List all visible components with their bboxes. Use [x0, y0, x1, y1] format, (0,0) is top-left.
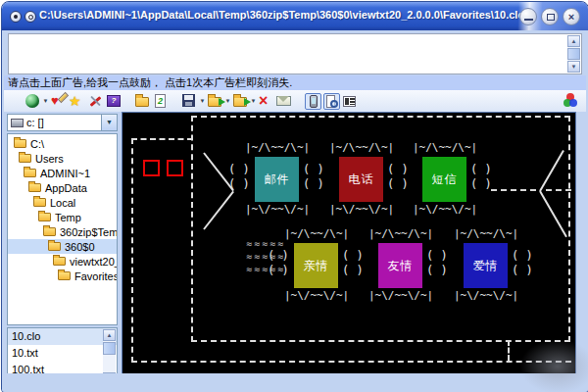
banner-scrollbar[interactable]: ▲ ▼: [567, 35, 580, 73]
favorites-edit-button[interactable]: ♥: [50, 93, 67, 110]
tree-item-admini1[interactable]: ADMINI~1: [8, 166, 117, 180]
scroll-up-icon[interactable]: ▲: [567, 35, 580, 47]
tree-item-temp[interactable]: Temp: [8, 210, 117, 224]
cell-decoration: ( ) ( ): [342, 249, 364, 278]
color-palette-button[interactable]: [564, 93, 580, 110]
app-window: C:\Users\ADMINI~1\AppData\Local\Temp\360…: [1, 1, 588, 392]
open-file-button[interactable]: [134, 93, 151, 110]
maximize-button[interactable]: [541, 8, 559, 25]
cell-label: 亲情: [304, 258, 329, 274]
cell-decoration: |~/\~~/\~|: [454, 227, 518, 240]
save-icon: [182, 94, 195, 107]
list-view-icon: [343, 96, 356, 107]
title-menu-dot-icon[interactable]: [10, 11, 22, 23]
cell-decoration: ( ) ( ): [303, 163, 324, 192]
file-item[interactable]: 10.txt: [8, 345, 117, 362]
tools-button[interactable]: [87, 93, 104, 110]
tilde-row: ≈≈≈≈≈: [246, 238, 285, 249]
scrollbar-thumb[interactable]: [567, 48, 580, 60]
pencil-icon: [58, 91, 69, 102]
cell-decoration: ( ) ( ): [387, 163, 409, 192]
help-book-button[interactable]: ?: [106, 93, 122, 110]
minimize-icon: [524, 19, 533, 21]
title-bar[interactable]: C:\Users\ADMINI~1\AppData\Local\Temp\360…: [2, 2, 588, 30]
tree-item-favorites[interactable]: Favorites: [8, 269, 117, 283]
save-button[interactable]: [181, 93, 198, 110]
web-globe-button[interactable]: [24, 93, 41, 110]
report-view-button[interactable]: [342, 93, 359, 110]
cell-decoration: |~\/~~\/~|: [284, 289, 349, 302]
preview-button[interactable]: [323, 93, 340, 110]
cell-decoration: ( ) ( ): [268, 249, 289, 278]
cell-decoration: |~\/~~\/~|: [413, 203, 477, 216]
green-arrow-icon: [219, 98, 225, 106]
send-mail-button[interactable]: [276, 93, 293, 110]
forward-dropdown-icon[interactable]: ▼: [250, 93, 257, 110]
bottom-frame: [2, 373, 588, 392]
tree-item-label: 360$0: [65, 241, 95, 253]
scroll-down-icon[interactable]: ▼: [567, 61, 580, 73]
drive-combo[interactable]: c: [] ▼: [7, 114, 118, 131]
globe-icon: [25, 94, 39, 108]
phone-view-button[interactable]: [305, 93, 321, 110]
export-dropdown-icon[interactable]: ▼: [224, 93, 231, 110]
magnifier-icon: [330, 100, 338, 108]
diagram-cell-love: 爱情: [464, 243, 508, 288]
folder-icon: [38, 213, 51, 221]
dash-segment: [546, 189, 571, 191]
drive-icon: [11, 119, 24, 127]
folder-icon: [48, 242, 61, 251]
folder-icon: [28, 183, 41, 192]
close-icon: ×: [568, 11, 574, 23]
cell-decoration: ( ) ( ): [512, 249, 533, 278]
cell-label: 友情: [388, 258, 414, 274]
cell-decoration: |~\/~~\/~|: [454, 289, 518, 302]
favorites-star-button[interactable]: ★: [69, 93, 85, 110]
tree-item-label: Users: [35, 153, 64, 165]
scroll-up-icon[interactable]: ▲: [103, 329, 116, 341]
cell-label: 短信: [432, 172, 458, 188]
tree-item-local[interactable]: Local: [8, 195, 117, 210]
forward-button[interactable]: [232, 93, 249, 110]
diagram-left-frame: [131, 138, 193, 363]
tree-item-viewtxt202000[interactable]: viewtxt20_2.0.0.0: [8, 254, 117, 269]
text-art-canvas[interactable]: ≈≈≈≈≈ ≈≈≈≈≈ ≈≈≈≈≈ 邮件|~/\~~/\~||~\/~~\/~|…: [122, 112, 576, 374]
tree-item-users[interactable]: Users: [8, 151, 117, 166]
window-title: C:\Users\ADMINI~1\AppData\Local\Temp\360…: [39, 9, 524, 21]
folder-icon: [33, 198, 46, 207]
minimize-button[interactable]: [519, 8, 537, 25]
cell-decoration: |~\/~~\/~|: [368, 289, 433, 302]
folder-icon: [43, 227, 56, 236]
red-x-icon: ×: [259, 92, 268, 109]
globe-dropdown-icon[interactable]: ▼: [42, 93, 49, 110]
diagram-cell-phone: 电话: [339, 157, 383, 202]
page-2-icon: 2: [155, 94, 166, 108]
cell-label: 邮件: [265, 172, 290, 188]
ad-notice-strip[interactable]: 请点击上面广告,给我一点鼓励， 点击1次本广告栏即刻消失.: [4, 75, 586, 90]
delete-button[interactable]: ×: [258, 93, 274, 110]
combo-dropdown-icon[interactable]: ▼: [101, 115, 117, 130]
ascii-art-diagram: ≈≈≈≈≈ ≈≈≈≈≈ ≈≈≈≈≈ 邮件|~/\~~/\~||~\/~~\/~|…: [122, 113, 575, 373]
save-dropdown-icon[interactable]: ▼: [199, 93, 206, 110]
dash-segment: [491, 189, 536, 191]
tree-item-360ziptemp[interactable]: 360zip$Temp: [8, 224, 117, 239]
ad-banner[interactable]: ▲ ▼: [8, 33, 582, 74]
close-button[interactable]: ×: [563, 8, 580, 25]
cell-decoration: ( ) ( ): [228, 163, 250, 192]
file-item[interactable]: 10.clo: [8, 328, 117, 345]
title-menu-ring-icon[interactable]: [24, 11, 36, 23]
tree-item-label: C:\: [30, 138, 44, 150]
cell-label: 电话: [349, 172, 374, 188]
diagram-bottom-line: [131, 361, 571, 363]
tree-item-3600[interactable]: 360$0: [8, 239, 117, 254]
tree-item-c[interactable]: C:\: [8, 136, 117, 151]
envelope-icon: [276, 96, 291, 106]
scrollbar-thumb[interactable]: [103, 342, 116, 355]
cell-decoration: |~/\~~/\~|: [329, 141, 394, 154]
tree-item-label: ADMINI~1: [40, 168, 90, 179]
toolbar: ▼ ♥ ★ ? 2 ▼ ▼ ▼ ×: [4, 90, 586, 112]
export-button[interactable]: [207, 93, 223, 110]
cell-decoration: |~/\~~/\~|: [284, 227, 349, 240]
tree-item-appdata[interactable]: AppData: [8, 180, 117, 195]
view-page2-button[interactable]: 2: [153, 93, 170, 110]
